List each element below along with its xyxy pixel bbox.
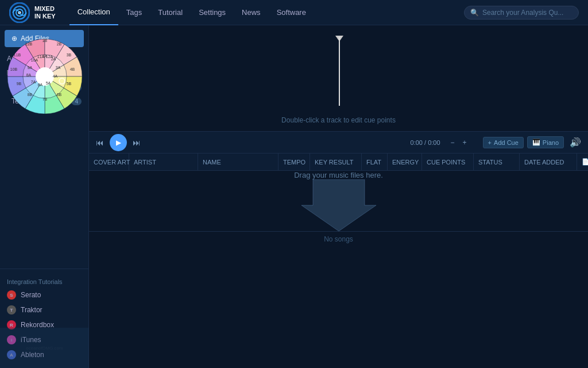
search-box[interactable]: 🔍	[464, 6, 579, 20]
label-4b: 4B	[69, 67, 75, 71]
piano-icon: 🎹	[532, 139, 540, 146]
label-12a: 12A	[45, 55, 53, 59]
time-display: 0:00 / 0:00	[411, 139, 440, 146]
play-button[interactable]: ▶	[110, 134, 127, 151]
label-9b: 9B	[16, 82, 21, 86]
add-cue-icon: +	[488, 139, 492, 146]
col-cover-art[interactable]: COVER ART	[89, 154, 129, 170]
table-header: COVER ART ARTIST NAME TEMPO KEY RESULT F…	[89, 154, 588, 171]
label-8a: 8A	[26, 73, 31, 77]
label-5b: 5B	[66, 82, 71, 86]
col-name[interactable]: NAME	[198, 154, 278, 170]
no-songs-label: No songs	[89, 231, 588, 247]
logo-line2: IN KEY	[34, 13, 56, 20]
label-7b: 7B	[42, 97, 47, 101]
logo: MIXED IN KEY	[9, 2, 56, 23]
label-11b: 11B	[13, 53, 21, 57]
waveform-area[interactable]: Double-click a track to edit cue points	[89, 25, 588, 132]
label-9a: 9A	[27, 66, 32, 70]
main-area: 1B 2B 3B 4B 5B 6B 7B 8B 9B 10B 11B 12B 1…	[0, 25, 588, 368]
volume-up-button[interactable]: +	[461, 136, 469, 149]
camelot-wheel: 1B 2B 3B 4B 5B 6B 7B 8B 9B 10B 11B 12B 1…	[0, 32, 89, 121]
drag-arrow-icon	[301, 179, 376, 231]
logo-line1: MIXED	[34, 5, 56, 12]
col-cue[interactable]: CUE POINTS	[422, 154, 474, 170]
volume-icon-button[interactable]: 🔊	[567, 135, 583, 150]
track-table: COVER ART ARTIST NAME TEMPO KEY RESULT F…	[89, 154, 588, 368]
col-status[interactable]: STATUS	[474, 154, 520, 170]
nav-tags[interactable]: Tags	[118, 0, 150, 25]
traktor-icon: T	[7, 305, 16, 315]
col-energy[interactable]: ENERGY	[388, 154, 422, 170]
label-5a: 5A	[45, 81, 51, 85]
volume-down-button[interactable]: −	[448, 136, 457, 149]
col-artist[interactable]: ARTIST	[129, 154, 198, 170]
svg-marker-6	[301, 179, 376, 231]
skip-back-button[interactable]: ⏮	[94, 136, 106, 150]
nav-collection[interactable]: Collection	[69, 0, 118, 25]
col-date[interactable]: DATE ADDED	[520, 154, 577, 170]
nav-news[interactable]: News	[234, 0, 269, 25]
content-area: Double-click a track to edit cue points …	[89, 25, 588, 368]
piano-button[interactable]: 🎹 Piano	[527, 136, 564, 148]
label-7a: 7A	[30, 80, 36, 84]
skip-forward-button[interactable]: ⏭	[130, 136, 143, 150]
transport-bar: ⏮ ▶ ⏭ 0:00 / 0:00 − + + Add Cue 🎹 Piano …	[89, 132, 588, 154]
waveform-placeholder-text: Double-click a track to edit cue points	[281, 116, 396, 124]
col-key[interactable]: KEY RESULT	[310, 154, 362, 170]
label-4a: 4A	[52, 74, 57, 78]
integration-label: Integration Tutorials	[0, 275, 88, 288]
empty-state: Drag your music files here.	[89, 171, 588, 231]
camelot-wheel-svg: 1B 2B 3B 4B 5B 6B 7B 8B 9B 10B 11B 12B 1…	[5, 36, 85, 117]
serato-icon: S	[7, 290, 16, 300]
col-doc-icon[interactable]: 📄	[577, 154, 588, 170]
search-icon: 🔍	[470, 9, 479, 17]
logo-icon	[9, 2, 30, 23]
nav-settings[interactable]: Settings	[191, 0, 234, 25]
label-6b: 6B	[56, 93, 61, 97]
col-tempo[interactable]: TEMPO	[278, 154, 310, 170]
label-10a: 10A	[30, 58, 38, 62]
label-1b: 1B	[42, 39, 47, 43]
label-2b: 2B	[56, 42, 61, 46]
label-3a: 3A	[55, 66, 60, 70]
label-12b: 12B	[25, 42, 32, 46]
traktor-item[interactable]: T Traktor	[0, 302, 88, 317]
cue-marker-line	[339, 37, 340, 106]
sidebar: 1B 2B 3B 4B 5B 6B 7B 8B 9B 10B 11B 12B 1…	[0, 25, 89, 368]
drag-text: Drag your music files here.	[294, 171, 383, 179]
label-6a: 6A	[37, 83, 42, 87]
label-8b: 8B	[27, 93, 32, 97]
label-11a: 11A	[37, 55, 44, 59]
label-10b: 10B	[10, 67, 17, 71]
add-cue-button[interactable]: + Add Cue	[483, 137, 524, 148]
header: MIXED IN KEY Collection Tags Tutorial Se…	[0, 0, 588, 25]
watermark: oceanofDMG.com	[0, 328, 89, 368]
label-3b: 3B	[66, 53, 71, 57]
col-flat[interactable]: FLAT	[362, 154, 388, 170]
nav-software[interactable]: Software	[269, 0, 314, 25]
main-nav: Collection Tags Tutorial Settings News S…	[69, 0, 464, 25]
logo-text: MIXED IN KEY	[34, 5, 56, 19]
serato-item[interactable]: S Serato	[0, 288, 88, 302]
search-input[interactable]	[482, 9, 572, 17]
nav-tutorial[interactable]: Tutorial	[150, 0, 191, 25]
